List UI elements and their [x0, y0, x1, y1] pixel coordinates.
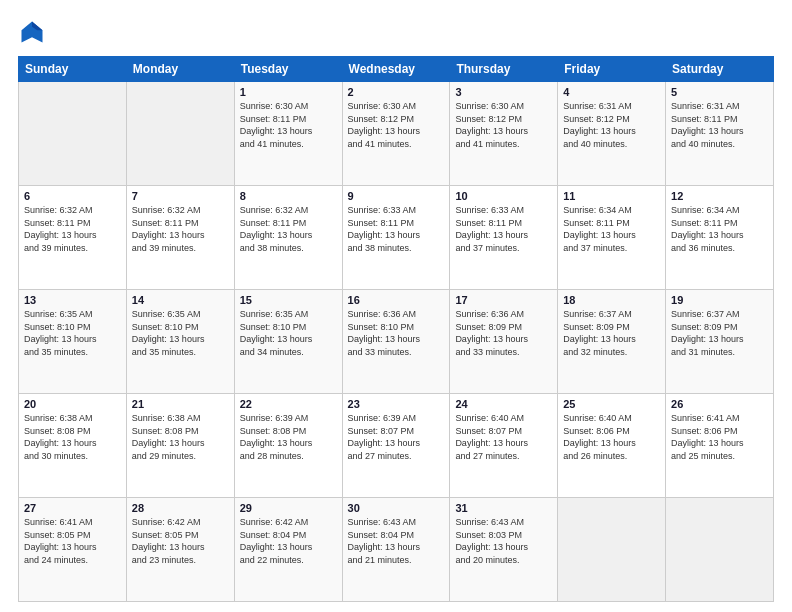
- calendar-cell: 4Sunrise: 6:31 AMSunset: 8:12 PMDaylight…: [558, 82, 666, 186]
- calendar-week-3: 20Sunrise: 6:38 AMSunset: 8:08 PMDayligh…: [19, 394, 774, 498]
- day-number: 24: [455, 398, 552, 410]
- day-info: Sunrise: 6:39 AMSunset: 8:07 PMDaylight:…: [348, 412, 445, 462]
- day-info: Sunrise: 6:30 AMSunset: 8:12 PMDaylight:…: [348, 100, 445, 150]
- header: [18, 18, 774, 46]
- day-info: Sunrise: 6:32 AMSunset: 8:11 PMDaylight:…: [24, 204, 121, 254]
- day-number: 16: [348, 294, 445, 306]
- calendar-cell: [19, 82, 127, 186]
- day-info: Sunrise: 6:33 AMSunset: 8:11 PMDaylight:…: [455, 204, 552, 254]
- calendar-cell: 11Sunrise: 6:34 AMSunset: 8:11 PMDayligh…: [558, 186, 666, 290]
- day-info: Sunrise: 6:30 AMSunset: 8:12 PMDaylight:…: [455, 100, 552, 150]
- calendar-cell: 3Sunrise: 6:30 AMSunset: 8:12 PMDaylight…: [450, 82, 558, 186]
- calendar-cell: 14Sunrise: 6:35 AMSunset: 8:10 PMDayligh…: [126, 290, 234, 394]
- calendar-week-4: 27Sunrise: 6:41 AMSunset: 8:05 PMDayligh…: [19, 498, 774, 602]
- calendar-header-saturday: Saturday: [666, 57, 774, 82]
- calendar-cell: 9Sunrise: 6:33 AMSunset: 8:11 PMDaylight…: [342, 186, 450, 290]
- day-number: 19: [671, 294, 768, 306]
- day-info: Sunrise: 6:35 AMSunset: 8:10 PMDaylight:…: [132, 308, 229, 358]
- day-number: 28: [132, 502, 229, 514]
- day-info: Sunrise: 6:34 AMSunset: 8:11 PMDaylight:…: [671, 204, 768, 254]
- calendar-header-thursday: Thursday: [450, 57, 558, 82]
- day-info: Sunrise: 6:38 AMSunset: 8:08 PMDaylight:…: [132, 412, 229, 462]
- day-info: Sunrise: 6:42 AMSunset: 8:05 PMDaylight:…: [132, 516, 229, 566]
- calendar-cell: 30Sunrise: 6:43 AMSunset: 8:04 PMDayligh…: [342, 498, 450, 602]
- day-info: Sunrise: 6:40 AMSunset: 8:07 PMDaylight:…: [455, 412, 552, 462]
- day-number: 5: [671, 86, 768, 98]
- calendar-cell: 22Sunrise: 6:39 AMSunset: 8:08 PMDayligh…: [234, 394, 342, 498]
- day-info: Sunrise: 6:31 AMSunset: 8:11 PMDaylight:…: [671, 100, 768, 150]
- day-number: 20: [24, 398, 121, 410]
- page: SundayMondayTuesdayWednesdayThursdayFrid…: [0, 0, 792, 612]
- day-number: 29: [240, 502, 337, 514]
- day-info: Sunrise: 6:30 AMSunset: 8:11 PMDaylight:…: [240, 100, 337, 150]
- logo: [18, 18, 50, 46]
- day-number: 21: [132, 398, 229, 410]
- logo-icon: [18, 18, 46, 46]
- day-number: 7: [132, 190, 229, 202]
- calendar-cell: 26Sunrise: 6:41 AMSunset: 8:06 PMDayligh…: [666, 394, 774, 498]
- day-number: 2: [348, 86, 445, 98]
- day-info: Sunrise: 6:41 AMSunset: 8:05 PMDaylight:…: [24, 516, 121, 566]
- calendar-cell: 25Sunrise: 6:40 AMSunset: 8:06 PMDayligh…: [558, 394, 666, 498]
- calendar-cell: 28Sunrise: 6:42 AMSunset: 8:05 PMDayligh…: [126, 498, 234, 602]
- calendar-cell: 15Sunrise: 6:35 AMSunset: 8:10 PMDayligh…: [234, 290, 342, 394]
- day-info: Sunrise: 6:35 AMSunset: 8:10 PMDaylight:…: [24, 308, 121, 358]
- day-number: 26: [671, 398, 768, 410]
- day-number: 11: [563, 190, 660, 202]
- day-number: 1: [240, 86, 337, 98]
- day-info: Sunrise: 6:41 AMSunset: 8:06 PMDaylight:…: [671, 412, 768, 462]
- day-info: Sunrise: 6:33 AMSunset: 8:11 PMDaylight:…: [348, 204, 445, 254]
- day-number: 25: [563, 398, 660, 410]
- day-info: Sunrise: 6:32 AMSunset: 8:11 PMDaylight:…: [240, 204, 337, 254]
- day-number: 27: [24, 502, 121, 514]
- calendar-table: SundayMondayTuesdayWednesdayThursdayFrid…: [18, 56, 774, 602]
- day-number: 6: [24, 190, 121, 202]
- calendar-cell: 31Sunrise: 6:43 AMSunset: 8:03 PMDayligh…: [450, 498, 558, 602]
- day-info: Sunrise: 6:37 AMSunset: 8:09 PMDaylight:…: [671, 308, 768, 358]
- day-info: Sunrise: 6:31 AMSunset: 8:12 PMDaylight:…: [563, 100, 660, 150]
- day-number: 22: [240, 398, 337, 410]
- calendar-cell: 24Sunrise: 6:40 AMSunset: 8:07 PMDayligh…: [450, 394, 558, 498]
- calendar-cell: [558, 498, 666, 602]
- day-number: 13: [24, 294, 121, 306]
- calendar-cell: 5Sunrise: 6:31 AMSunset: 8:11 PMDaylight…: [666, 82, 774, 186]
- calendar-cell: 17Sunrise: 6:36 AMSunset: 8:09 PMDayligh…: [450, 290, 558, 394]
- calendar-cell: [666, 498, 774, 602]
- day-number: 3: [455, 86, 552, 98]
- day-info: Sunrise: 6:36 AMSunset: 8:10 PMDaylight:…: [348, 308, 445, 358]
- day-info: Sunrise: 6:32 AMSunset: 8:11 PMDaylight:…: [132, 204, 229, 254]
- day-info: Sunrise: 6:34 AMSunset: 8:11 PMDaylight:…: [563, 204, 660, 254]
- day-info: Sunrise: 6:39 AMSunset: 8:08 PMDaylight:…: [240, 412, 337, 462]
- calendar-header-monday: Monday: [126, 57, 234, 82]
- calendar-header-sunday: Sunday: [19, 57, 127, 82]
- day-info: Sunrise: 6:36 AMSunset: 8:09 PMDaylight:…: [455, 308, 552, 358]
- calendar-cell: 29Sunrise: 6:42 AMSunset: 8:04 PMDayligh…: [234, 498, 342, 602]
- calendar-cell: 13Sunrise: 6:35 AMSunset: 8:10 PMDayligh…: [19, 290, 127, 394]
- day-number: 30: [348, 502, 445, 514]
- calendar-cell: 20Sunrise: 6:38 AMSunset: 8:08 PMDayligh…: [19, 394, 127, 498]
- calendar-week-2: 13Sunrise: 6:35 AMSunset: 8:10 PMDayligh…: [19, 290, 774, 394]
- calendar-cell: 21Sunrise: 6:38 AMSunset: 8:08 PMDayligh…: [126, 394, 234, 498]
- day-number: 15: [240, 294, 337, 306]
- calendar-cell: 18Sunrise: 6:37 AMSunset: 8:09 PMDayligh…: [558, 290, 666, 394]
- day-number: 4: [563, 86, 660, 98]
- calendar-cell: 12Sunrise: 6:34 AMSunset: 8:11 PMDayligh…: [666, 186, 774, 290]
- calendar-cell: 8Sunrise: 6:32 AMSunset: 8:11 PMDaylight…: [234, 186, 342, 290]
- calendar-header-row: SundayMondayTuesdayWednesdayThursdayFrid…: [19, 57, 774, 82]
- day-number: 31: [455, 502, 552, 514]
- day-info: Sunrise: 6:38 AMSunset: 8:08 PMDaylight:…: [24, 412, 121, 462]
- day-number: 17: [455, 294, 552, 306]
- day-number: 18: [563, 294, 660, 306]
- calendar-cell: 1Sunrise: 6:30 AMSunset: 8:11 PMDaylight…: [234, 82, 342, 186]
- day-number: 14: [132, 294, 229, 306]
- day-info: Sunrise: 6:40 AMSunset: 8:06 PMDaylight:…: [563, 412, 660, 462]
- day-info: Sunrise: 6:42 AMSunset: 8:04 PMDaylight:…: [240, 516, 337, 566]
- calendar-cell: 19Sunrise: 6:37 AMSunset: 8:09 PMDayligh…: [666, 290, 774, 394]
- day-info: Sunrise: 6:35 AMSunset: 8:10 PMDaylight:…: [240, 308, 337, 358]
- calendar-week-0: 1Sunrise: 6:30 AMSunset: 8:11 PMDaylight…: [19, 82, 774, 186]
- calendar-header-friday: Friday: [558, 57, 666, 82]
- calendar-cell: 7Sunrise: 6:32 AMSunset: 8:11 PMDaylight…: [126, 186, 234, 290]
- calendar-header-wednesday: Wednesday: [342, 57, 450, 82]
- calendar-cell: 6Sunrise: 6:32 AMSunset: 8:11 PMDaylight…: [19, 186, 127, 290]
- day-number: 23: [348, 398, 445, 410]
